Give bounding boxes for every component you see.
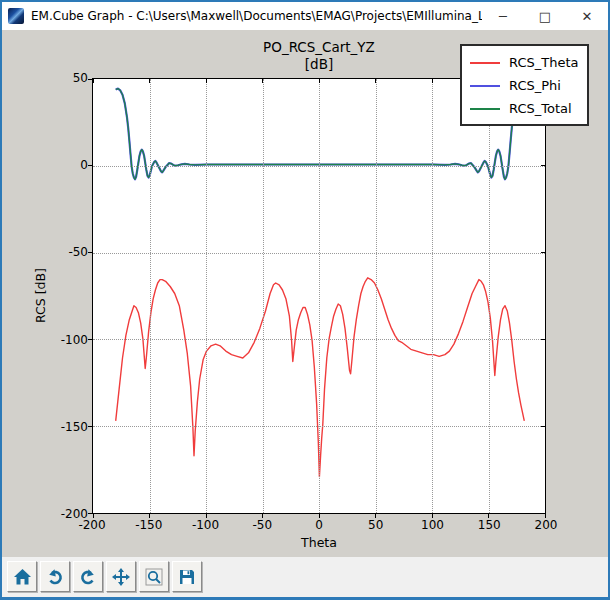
back-button[interactable] <box>40 561 70 592</box>
forward-button[interactable] <box>73 561 103 592</box>
gridline-vertical <box>263 79 264 513</box>
x-tick-mark <box>149 79 150 83</box>
y-tick-label: 0 <box>2 158 88 172</box>
x-tick-mark <box>319 79 320 83</box>
legend-label: RCS_Total <box>509 101 572 116</box>
y-tick-mark <box>541 252 545 253</box>
x-tick-label: 150 <box>478 518 501 532</box>
x-tick-mark <box>375 79 376 83</box>
x-tick-label: 200 <box>535 518 558 532</box>
y-tick-label: -200 <box>2 507 88 521</box>
y-tick-label: 50 <box>2 71 88 85</box>
legend: RCS_ThetaRCS_PhiRCS_Total <box>460 44 589 126</box>
close-button[interactable]: ✕ <box>566 2 608 30</box>
legend-line-sample <box>470 85 500 87</box>
plot-toolbar <box>2 557 608 597</box>
y-tick-mark <box>541 165 545 166</box>
figure-canvas: PO_RCS_Cart_YZ [dB] RCS [dB] Theta -200-… <box>2 30 608 557</box>
y-tick-mark <box>88 165 93 166</box>
y-tick-mark <box>88 339 93 340</box>
x-tick-label: 50 <box>368 518 383 532</box>
pan-button[interactable] <box>106 561 136 592</box>
x-tick-mark <box>206 79 207 83</box>
x-tick-label: -50 <box>252 518 272 532</box>
legend-line-sample <box>470 62 500 64</box>
y-axis-label: RCS [dB] <box>33 78 48 514</box>
minimize-button[interactable]: ─ <box>482 2 524 30</box>
gridline-vertical <box>376 79 377 513</box>
home-button[interactable] <box>7 561 37 592</box>
legend-label: RCS_Theta <box>509 55 578 70</box>
back-arrow-icon <box>46 568 64 586</box>
gridline-vertical <box>432 79 433 513</box>
app-icon <box>8 8 24 24</box>
gridline-horizontal <box>93 253 545 254</box>
y-tick-mark <box>88 79 93 80</box>
legend-line-sample <box>470 108 500 110</box>
forward-arrow-icon <box>79 568 97 586</box>
x-tick-label: -100 <box>192 518 219 532</box>
app-window: EM.Cube Graph - C:\Users\Maxwell\Documen… <box>0 0 610 600</box>
legend-label: RCS_Phi <box>509 78 561 93</box>
y-tick-label: -50 <box>2 245 88 259</box>
titlebar: EM.Cube Graph - C:\Users\Maxwell\Documen… <box>2 2 608 30</box>
curves-layer <box>93 79 547 515</box>
y-tick-label: -100 <box>2 333 88 347</box>
save-button[interactable] <box>172 561 202 592</box>
x-tick-label: -150 <box>135 518 162 532</box>
y-tick-mark <box>88 252 93 253</box>
window-title: EM.Cube Graph - C:\Users\Maxwell\Documen… <box>31 9 482 23</box>
home-icon <box>13 568 32 586</box>
y-tick-mark <box>541 513 545 514</box>
plot-area <box>92 78 546 514</box>
gridline-vertical <box>206 79 207 513</box>
gridline-vertical <box>489 79 490 513</box>
x-tick-label: 100 <box>421 518 444 532</box>
legend-entry: RCS_Phi <box>470 74 579 97</box>
y-tick-mark <box>541 426 545 427</box>
x-axis-label: Theta <box>92 535 546 550</box>
series-RCS_Theta <box>116 278 525 477</box>
x-tick-mark <box>432 79 433 83</box>
x-tick-mark <box>262 79 263 83</box>
maximize-button[interactable]: □ <box>524 2 566 30</box>
gridline-horizontal <box>93 339 545 340</box>
zoom-button[interactable] <box>139 561 169 592</box>
y-tick-label: -150 <box>2 420 88 434</box>
legend-entry: RCS_Total <box>470 97 579 120</box>
x-tick-mark <box>93 79 94 83</box>
save-floppy-icon <box>178 568 196 586</box>
x-tick-label: 0 <box>315 518 323 532</box>
y-tick-mark <box>88 426 93 427</box>
legend-entry: RCS_Theta <box>470 51 579 74</box>
zoom-magnifier-icon <box>145 568 163 586</box>
y-tick-mark <box>88 513 93 514</box>
gridline-vertical <box>319 79 320 513</box>
pan-move-icon <box>111 567 131 587</box>
y-tick-mark <box>541 339 545 340</box>
gridline-horizontal <box>93 426 545 427</box>
gridline-vertical <box>150 79 151 513</box>
gridline-horizontal <box>93 166 545 167</box>
